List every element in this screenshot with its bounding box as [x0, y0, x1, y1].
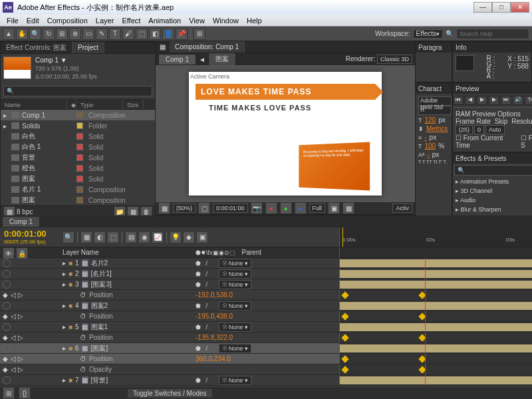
layer-row[interactable]: ▸■1▦名片2⬟ / ☉ None ▾ — [0, 258, 532, 269]
toggle-icon[interactable]: {} — [19, 387, 31, 399]
comp-name[interactable]: Comp 1 ▼ — [35, 57, 97, 65]
grid-icon[interactable]: ▦ — [158, 202, 170, 214]
channel-icon-3[interactable]: ● — [295, 202, 307, 214]
menu-edit[interactable]: Edit — [23, 17, 43, 25]
keyframe-icon[interactable] — [341, 334, 348, 341]
col-type[interactable]: Type — [76, 100, 123, 109]
property-row[interactable]: ◆◁ ▷⏱ Opacity — [0, 364, 532, 375]
renderer-dropdown[interactable]: Classic 3D — [377, 55, 412, 64]
framerate-dropdown[interactable]: (25) — [456, 125, 473, 134]
parent-dropdown[interactable]: ☉ None ▾ — [219, 376, 252, 385]
text-tool-icon[interactable]: T — [109, 28, 121, 40]
search-layer-icon[interactable]: 🔍 — [63, 231, 74, 243]
property-row[interactable]: ◆◁ ▷⏱ Position-195.0,438.0 — [0, 311, 532, 322]
channel-icon[interactable]: ● — [265, 202, 277, 214]
visibility-icon[interactable] — [3, 281, 11, 289]
effect-category[interactable]: ▸ Blur & Sharpen — [453, 205, 532, 214]
comp-tab-2[interactable]: 图案 — [208, 53, 236, 66]
bpc-button[interactable]: 8 bpc — [17, 208, 33, 215]
hide-shy-icon[interactable]: ⬚ — [107, 231, 119, 243]
parent-dropdown[interactable]: ☉ None ▾ — [219, 323, 252, 332]
parent-dropdown[interactable]: ☉ None ▾ — [219, 259, 252, 268]
skip-dropdown[interactable]: 0 — [474, 125, 484, 134]
keyframe-icon[interactable] — [341, 355, 348, 362]
rotate-tool-icon[interactable]: ↻ — [43, 28, 55, 40]
menu-help[interactable]: Help — [243, 17, 266, 25]
tab-paragraph[interactable]: Paragra — [418, 44, 442, 51]
prev-frame-icon[interactable]: ◀ — [465, 96, 475, 105]
comp-tab-1[interactable]: Comp 1 — [158, 54, 196, 65]
menu-effect[interactable]: Effect — [118, 17, 144, 25]
project-item[interactable]: ▸Comp 1Composition — [1, 110, 155, 120]
time-ruler[interactable]: 1:00s 02s 03s — [339, 227, 532, 247]
graph-editor-icon[interactable]: 📈 — [152, 231, 164, 243]
project-search-input[interactable]: 🔍 — [3, 86, 152, 96]
visibility-icon[interactable] — [3, 376, 11, 384]
snapshot-icon[interactable]: 📷 — [251, 202, 263, 214]
effect-category[interactable]: ▸ Animation Presets — [453, 177, 532, 186]
frame-blend-icon[interactable]: ▤ — [125, 231, 137, 243]
tab-project[interactable]: Project — [72, 42, 104, 53]
eraser-tool-icon[interactable]: ◧ — [149, 28, 161, 40]
label-swatch[interactable] — [76, 165, 83, 172]
camera-tool-icon[interactable]: ⊞ — [56, 28, 68, 40]
property-row[interactable]: ◆◁ ▷⏱ Position360.0,234.0 — [0, 354, 532, 364]
last-frame-icon[interactable]: ⏭ — [501, 96, 511, 105]
layer-row[interactable]: ▸■4▦图案2⬟ / ☉ None ▾ — [0, 301, 532, 311]
col-label-icon[interactable]: ◆ — [67, 100, 76, 109]
stroke[interactable]: - — [424, 134, 426, 141]
channel-icon-2[interactable]: ● — [280, 202, 292, 214]
layer-row[interactable]: ▸■2▦[名片1]⬟ / ☉ None ▾ — [0, 269, 532, 279]
rect-tool-icon[interactable]: ▭ — [82, 28, 94, 40]
tab-info[interactable]: Info — [456, 44, 467, 51]
auto-keyframe-icon[interactable]: ◆ — [183, 231, 195, 243]
menu-animation[interactable]: Animation — [144, 17, 185, 25]
label-swatch[interactable] — [76, 122, 83, 129]
effect-category[interactable]: ▸ Audio — [453, 196, 532, 205]
preview-res-dropdown[interactable]: Auto — [485, 125, 505, 134]
project-item[interactable]: 橙色Solid — [1, 163, 155, 174]
search-input[interactable] — [456, 29, 529, 39]
visibility-icon[interactable] — [3, 270, 11, 278]
label-swatch[interactable] — [76, 197, 83, 203]
region-icon[interactable]: ▣ — [328, 202, 340, 214]
effect-category[interactable]: ▸ 3D Channel — [453, 186, 532, 196]
project-item[interactable]: 图案Composition — [1, 195, 155, 205]
project-item[interactable]: 图案Solid — [1, 174, 155, 184]
play-icon[interactable]: ▶ — [477, 96, 487, 105]
toggle-switches-button[interactable]: Toggle Switches / Modes — [128, 389, 212, 398]
visibility-icon[interactable] — [3, 344, 11, 352]
tab-preview[interactable]: Preview — [456, 85, 479, 92]
brainstorm-icon[interactable]: 💡 — [170, 231, 182, 243]
first-frame-icon[interactable]: ⏮ — [453, 96, 464, 105]
menu-file[interactable]: File — [3, 17, 23, 25]
kerning[interactable]: Metrics — [426, 125, 448, 132]
tab-character[interactable]: Charact — [418, 85, 442, 92]
layer-row[interactable]: ▸■7▦[背景]⬟ / ☉ None ▾ — [0, 375, 532, 386]
keyframe-icon[interactable] — [341, 291, 348, 299]
comp-flowchart-icon[interactable]: ▦ — [80, 231, 92, 243]
motion-blur-icon[interactable]: ◉ — [138, 231, 150, 243]
parent-dropdown[interactable]: ☉ None ▾ — [219, 344, 252, 353]
workspace-dropdown[interactable]: Effects ▾ — [413, 29, 443, 39]
next-frame-icon[interactable]: ▶ — [489, 96, 499, 105]
loop-icon[interactable]: ↻ — [525, 96, 532, 105]
label-swatch[interactable] — [76, 186, 83, 193]
resolution-dropdown[interactable]: Full — [309, 203, 326, 213]
stopwatch-icon[interactable]: ⏱ — [80, 313, 86, 320]
effects-search-input[interactable]: 🔍 — [454, 165, 532, 176]
anchor-tool-icon[interactable]: ⊕ — [69, 28, 81, 40]
menu-composition[interactable]: Composition — [43, 17, 92, 25]
stopwatch-icon[interactable]: ⏱ — [80, 291, 86, 299]
menu-view[interactable]: View — [185, 17, 209, 25]
audio-icon[interactable]: 🔊 — [513, 96, 523, 105]
visibility-icon[interactable] — [3, 323, 11, 331]
transparency-icon[interactable]: ▦ — [342, 202, 354, 214]
puppet-tool-icon[interactable]: 📌 — [176, 28, 188, 40]
label-swatch[interactable] — [76, 144, 83, 150]
text-style-buttons[interactable]: T T TT Tt T' T. — [418, 160, 449, 164]
stopwatch-icon[interactable]: ⏱ — [80, 334, 86, 341]
expand-icon[interactable]: ⊞ — [3, 387, 15, 399]
keyframe-icon[interactable] — [341, 313, 348, 320]
playhead-icon[interactable] — [342, 227, 343, 247]
